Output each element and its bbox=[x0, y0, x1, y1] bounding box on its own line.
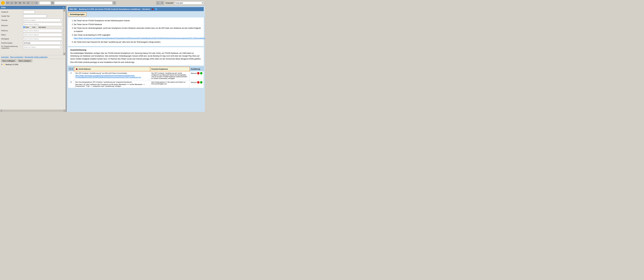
nav-icon-8[interactable] bbox=[34, 1, 38, 5]
filter-row-testsuite: Testsuite Select an Option ▼ bbox=[1, 19, 62, 22]
step-num-2: 2 bbox=[68, 80, 74, 88]
status-select[interactable]: Select Some Options bbox=[23, 33, 62, 36]
nav-icon-7[interactable] bbox=[30, 1, 34, 5]
vorbedingungen-content: Der Tester hat ein ITGAIN Smartphone mit… bbox=[68, 18, 204, 46]
filter-scroll-up[interactable]: ▲ bbox=[63, 7, 64, 8]
step-ausfuhrung-text-2: Manuell bbox=[191, 82, 196, 83]
anwenden-link[interactable]: Anwenden bbox=[1, 56, 9, 58]
radio-not-linked-label: Not linked bbox=[39, 26, 46, 28]
filter-row-ausfuhrungstyp: Ausführungstyp [beliebig] ▼ bbox=[1, 41, 62, 45]
testsuite-select[interactable]: Select an Option ▼ bbox=[23, 19, 62, 22]
testcase-header: B50-289 : Banking 5.0 APK auf einem ITGA… bbox=[68, 7, 204, 11]
toolbar-nav-icons bbox=[6, 1, 38, 5]
project-select[interactable]: Testprojekt bbox=[174, 1, 204, 5]
baum-aufklappen-button[interactable]: Baum aufklappen bbox=[1, 60, 16, 62]
baum-zuklappen-button[interactable]: Baum zuklappen bbox=[18, 60, 32, 62]
apk-link[interactable]: https://itgain.sharepoint.com/sites/Fina… bbox=[74, 37, 205, 39]
nav-icon-2[interactable] bbox=[10, 1, 14, 5]
zusammenfassung-section: Zusammenfassung Die testbeteiligten Mita… bbox=[68, 47, 204, 66]
radio-und[interactable]: Und bbox=[30, 26, 35, 28]
th-schritt: 🐞 Schritt Aktionen bbox=[74, 67, 150, 71]
prerequisites-list: Der Tester hat ein ITGAIN Smartphone mit… bbox=[70, 19, 202, 44]
nav-icon-4[interactable] bbox=[18, 1, 22, 5]
steps-table-body: 1 Den ZIP-Container "auslieferung.zip" a… bbox=[68, 71, 204, 88]
th-step-icons: # bbox=[68, 67, 74, 71]
svg-point-9 bbox=[23, 2, 24, 3]
testcase-id: B50-289 : bbox=[70, 8, 78, 10]
step-result-text-2: Das Packprogramm 7-Zip startet und forde… bbox=[151, 81, 186, 85]
toolbar-icon-settings[interactable] bbox=[160, 1, 164, 5]
step-ausfuhrung-1: Manuell ✕ ✓ bbox=[190, 71, 204, 80]
list-item: Der Tester hat ein ITGAIN Smartphone mit… bbox=[74, 19, 202, 23]
horizontal-scrollbar[interactable]: ◄ ► bbox=[0, 110, 66, 112]
step-result-1: Der ZIP-Container "auslieferung.zip" wur… bbox=[150, 71, 190, 80]
tree-actions: Baum aufklappen Baum zuklappen bbox=[0, 59, 66, 63]
svg-rect-8 bbox=[19, 2, 21, 4]
radio-oder-label: Oder bbox=[25, 26, 29, 28]
search-extended-button[interactable] bbox=[113, 1, 116, 5]
project-label: Testprojekt bbox=[166, 2, 173, 4]
toolbar-icon-user[interactable] bbox=[156, 1, 160, 5]
platforms-select-text: Select Some Options bbox=[24, 30, 61, 32]
fur-testautom-select-text: Select an Option bbox=[24, 46, 60, 48]
svg-point-24 bbox=[162, 3, 162, 3]
th-bug-icon: 🐞 bbox=[76, 68, 78, 70]
testfall-titel-input[interactable] bbox=[23, 15, 46, 18]
steps-table-header-row: # 🐞 Schritt Aktionen Erwartete Ergebniss… bbox=[68, 67, 204, 71]
folder-icon: 📁 bbox=[3, 64, 5, 65]
platforms-select[interactable]: Select Some Options bbox=[23, 29, 62, 32]
filter-scrollbar[interactable]: ▲ ▼ bbox=[63, 9, 66, 55]
svg-line-20 bbox=[53, 3, 54, 4]
right-panel: B50-289 : Banking 5.0 APK auf einem ITGA… bbox=[67, 6, 205, 112]
svg-rect-4 bbox=[11, 3, 12, 4]
scroll-down-btn[interactable]: ▼ bbox=[64, 53, 66, 55]
radio-oder[interactable]: Oder bbox=[23, 26, 29, 28]
step-fail-icon-1[interactable]: ✕ bbox=[197, 72, 200, 74]
ausfuhrungstyp-select[interactable]: [beliebig] ▼ bbox=[23, 41, 62, 45]
radio-not-linked[interactable]: Not linked bbox=[36, 26, 46, 28]
status-select-text: Select Some Options bbox=[24, 34, 61, 36]
tree-area: ▼ 📁 Banking 5.0 (283) bbox=[0, 63, 66, 110]
svg-point-23 bbox=[158, 2, 158, 3]
step-action-text-2: Den heruntergeladenen ZIP-Container "aus… bbox=[76, 81, 149, 83]
scroll-left-btn[interactable]: ◄ bbox=[0, 110, 2, 112]
search-button[interactable] bbox=[51, 1, 54, 5]
step-action-detail-2: Dies kann z.B. über markieren des Contai… bbox=[76, 84, 149, 87]
filter-row-wichtigkeit: Wichtigkeit Select Some Options bbox=[1, 37, 62, 41]
filter-body: Testfall ID B50- Testfall Titel Testsuit… bbox=[0, 9, 63, 55]
tree-item-banking[interactable]: ▼ 📁 Banking 5.0 (283) bbox=[1, 63, 64, 66]
svg-line-22 bbox=[114, 3, 115, 4]
nav-icon-5[interactable] bbox=[22, 1, 26, 5]
step-pass-icon-2[interactable]: ✓ bbox=[200, 81, 202, 84]
list-item: Der Tester kennt das Passwort für die Da… bbox=[74, 41, 202, 44]
step-fail-icon-2[interactable]: ✕ bbox=[197, 81, 200, 84]
testfall-id-input[interactable]: B50- bbox=[23, 11, 35, 14]
nav-icon-3[interactable] bbox=[14, 1, 18, 5]
search-extended-input[interactable] bbox=[54, 1, 113, 5]
nav-icon-1[interactable] bbox=[6, 1, 9, 5]
toolbar: B50- Testprojekt Testprojekt bbox=[0, 0, 205, 6]
tree-item-label: Banking 5.0 (283) bbox=[6, 64, 18, 65]
scroll-up-btn[interactable]: ▲ bbox=[64, 9, 66, 12]
fur-testautom-select[interactable]: Select an Option ▼ bbox=[23, 46, 62, 49]
radio-und-label: Und bbox=[32, 26, 35, 28]
stichwort-select[interactable]: Select Some Options bbox=[23, 23, 62, 26]
scroll-right-btn[interactable]: ► bbox=[63, 110, 66, 112]
fur-testautom-label: Für Testautomatisierung vorgesehen bbox=[1, 46, 23, 49]
nav-icon-6[interactable] bbox=[26, 1, 30, 5]
testsuite-label: Testsuite bbox=[1, 19, 23, 21]
benutzerdef-link[interactable]: Benutzerdef. Felder ausblenden bbox=[24, 56, 48, 58]
steps-table-head: # 🐞 Schritt Aktionen Erwartete Ergebniss… bbox=[68, 67, 204, 71]
step-action-2: Den heruntergeladenen ZIP-Container "aus… bbox=[74, 80, 150, 88]
info-icon[interactable]: i bbox=[155, 8, 157, 10]
search-input[interactable]: B50- bbox=[39, 1, 51, 5]
ausfuhrungstyp-label: Ausführungstyp bbox=[1, 42, 23, 44]
svg-point-25 bbox=[161, 2, 163, 4]
step-pass-icon-1[interactable]: ✓ bbox=[200, 72, 202, 74]
filter-zuruck-link[interactable]: Filter zurücksetzen bbox=[10, 56, 24, 58]
svg-rect-28 bbox=[70, 69, 70, 70]
th-ausfuhrung: Ausführung bbox=[190, 67, 204, 71]
wichtigkeit-select[interactable]: Select Some Options bbox=[23, 37, 62, 41]
th-schritt-label: Schritt Aktionen bbox=[78, 68, 91, 70]
step-action-link-1[interactable]: https://itgain.sharepoint.com/sites/Fina… bbox=[76, 75, 141, 78]
